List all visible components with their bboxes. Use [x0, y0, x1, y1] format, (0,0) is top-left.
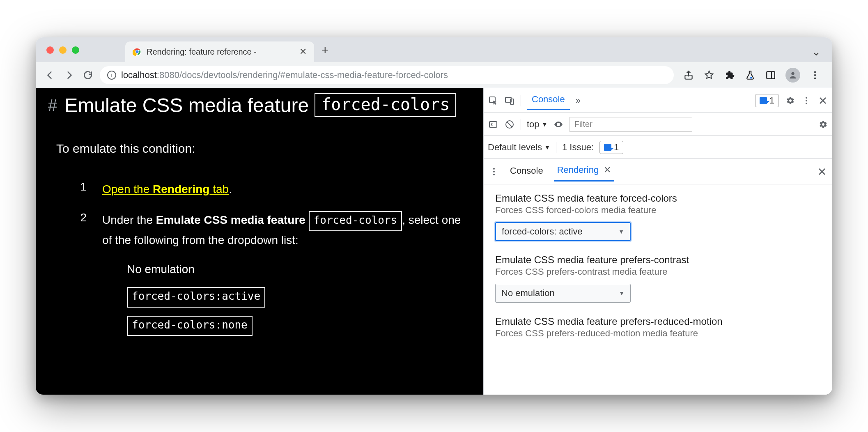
anchor-hash-icon[interactable]: # [48, 96, 57, 115]
inspect-element-icon[interactable] [488, 95, 498, 106]
live-expression-eye-icon[interactable] [553, 119, 564, 130]
labs-flask-icon[interactable] [744, 69, 756, 81]
svg-point-16 [806, 103, 807, 104]
profile-avatar[interactable] [785, 68, 800, 83]
chevron-down-icon: ▼ [618, 228, 624, 235]
forced-colors-select[interactable]: forced-colors: active ▼ [495, 222, 631, 241]
svg-rect-5 [767, 71, 775, 78]
chrome-menu-kebab-icon[interactable] [809, 69, 821, 81]
forward-button[interactable] [62, 68, 76, 82]
separator [556, 142, 556, 153]
back-button[interactable] [43, 68, 57, 82]
drawer-tab-console[interactable]: Console [507, 162, 547, 181]
side-panel-icon[interactable] [765, 69, 776, 81]
devtools-main-toolbar: Console » 1 [484, 88, 832, 113]
step-number: 1 [77, 180, 87, 193]
device-toolbar-icon[interactable] [504, 95, 515, 106]
svg-point-4 [750, 77, 752, 78]
step-number: 2 [77, 211, 87, 224]
chrome-favicon-icon [133, 47, 142, 56]
tab-title: Rendering: feature reference - [147, 47, 294, 57]
step-body: Open the Rendering tab. [102, 180, 471, 199]
window-close-button[interactable] [46, 46, 54, 54]
separator [521, 119, 521, 130]
rendering-section-prefers-contrast: Emulate CSS media feature prefers-contra… [495, 254, 821, 303]
section-subtitle: Forces CSS prefers-reduced-motion media … [495, 328, 821, 339]
inline-code: forced-colors [309, 211, 402, 232]
settings-gear-icon[interactable] [785, 95, 795, 106]
rendering-section-prefers-reduced-motion: Emulate CSS media feature prefers-reduce… [495, 316, 821, 339]
reload-button[interactable] [81, 68, 95, 82]
section-subtitle: Forces CSS forced-colors media feature [495, 205, 821, 216]
open-rendering-link[interactable]: Open the Rendering tab [102, 183, 229, 195]
drawer-tab-rendering[interactable]: Rendering ✕ [554, 161, 615, 182]
window-controls [46, 46, 79, 54]
select-value: forced-colors: active [502, 226, 583, 237]
window-minimize-button[interactable] [59, 46, 67, 54]
option-forced-colors-none: forced-colors:none [127, 316, 253, 336]
section-title: Emulate CSS media feature prefers-reduce… [495, 316, 821, 327]
tab-close-icon[interactable]: ✕ [299, 46, 307, 57]
bookmark-star-icon[interactable] [703, 69, 715, 81]
page-viewport: # Emulate CSS media feature forced-color… [36, 88, 483, 395]
list-item: 2 Under the Emulate CSS media feature fo… [77, 211, 471, 336]
page-heading: # Emulate CSS media feature forced-color… [48, 93, 471, 117]
site-info-icon[interactable]: i [107, 71, 116, 80]
devtools-tab-console[interactable]: Console [527, 91, 570, 110]
console-toolbar: top ▼ [484, 113, 832, 136]
svg-point-15 [806, 100, 807, 101]
issues-badge[interactable]: 1 [755, 94, 779, 107]
svg-point-21 [493, 174, 495, 175]
svg-point-14 [806, 97, 807, 99]
extensions-puzzle-icon[interactable] [724, 69, 735, 81]
issues-badge[interactable]: 1 [599, 141, 623, 154]
clear-console-icon[interactable] [504, 119, 515, 130]
devtools-menu-kebab-icon[interactable] [801, 95, 812, 106]
intro-text: To emulate this condition: [56, 142, 471, 156]
separator [521, 95, 521, 106]
steps-list: 1 Open the Rendering tab. 2 Under the Em… [77, 180, 471, 336]
select-value: No emulation [501, 288, 555, 299]
svg-point-10 [814, 77, 816, 79]
tab-strip: Rendering: feature reference - ✕ + ⌄ [36, 37, 832, 62]
more-tabs-chevron-icon[interactable]: » [576, 95, 581, 106]
svg-rect-17 [489, 122, 497, 127]
log-levels-selector[interactable]: Default levels ▼ [488, 142, 550, 153]
browser-toolbar: i localhost:8080/docs/devtools/rendering… [36, 62, 832, 88]
address-bar[interactable]: i localhost:8080/docs/devtools/rendering… [100, 66, 674, 84]
section-subtitle: Forces CSS prefers-contrast media featur… [495, 267, 821, 277]
tab-list-caret-icon[interactable]: ⌄ [812, 46, 821, 58]
window-zoom-button[interactable] [72, 46, 79, 54]
drawer-close-icon[interactable] [817, 166, 827, 177]
options-sublist: No emulation forced-colors:active forced… [127, 260, 471, 336]
drawer-menu-kebab-icon[interactable] [489, 166, 499, 177]
heading-code: forced-colors [315, 93, 456, 117]
svg-point-7 [791, 72, 794, 75]
drawer-tab-close-icon[interactable]: ✕ [604, 165, 611, 175]
console-levels-row: Default levels ▼ 1 Issue: 1 [484, 136, 832, 159]
option-forced-colors-active: forced-colors:active [127, 287, 265, 308]
new-tab-button[interactable]: + [321, 43, 329, 57]
browser-window: Rendering: feature reference - ✕ + ⌄ i l… [36, 37, 832, 395]
issue-label: 1 Issue: [562, 142, 594, 153]
devtools-close-icon[interactable] [817, 95, 828, 106]
console-sidebar-toggle-icon[interactable] [488, 119, 498, 130]
browser-tab[interactable]: Rendering: feature reference - ✕ [125, 41, 314, 62]
svg-point-9 [814, 74, 816, 76]
list-item: 1 Open the Rendering tab. [77, 180, 471, 199]
url-text: localhost:8080/docs/devtools/rendering/#… [121, 70, 448, 80]
console-filter-input[interactable] [569, 117, 692, 132]
svg-point-19 [493, 168, 495, 170]
context-selector[interactable]: top ▼ [527, 119, 547, 130]
console-settings-gear-icon[interactable] [817, 119, 828, 130]
toolbar-actions [679, 68, 825, 83]
issue-icon [760, 97, 767, 104]
svg-point-8 [814, 71, 816, 73]
prefers-contrast-select[interactable]: No emulation ▼ [495, 284, 631, 303]
share-icon[interactable] [683, 69, 694, 81]
section-title: Emulate CSS media feature forced-colors [495, 193, 821, 204]
issue-icon [604, 144, 611, 151]
heading-text: Emulate CSS media feature [64, 94, 309, 117]
content-area: # Emulate CSS media feature forced-color… [36, 88, 832, 395]
section-title: Emulate CSS media feature prefers-contra… [495, 254, 821, 266]
